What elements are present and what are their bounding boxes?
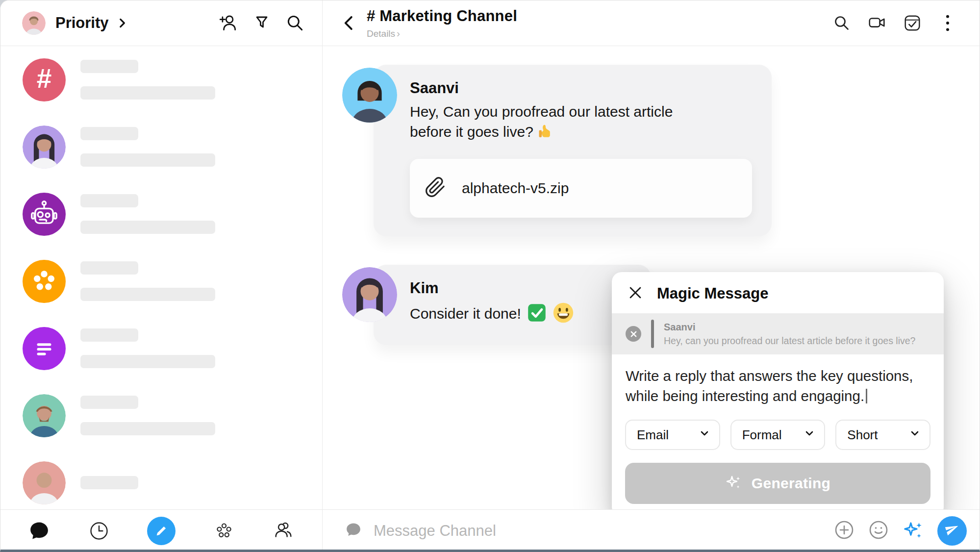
channel-info: # Marketing Channel Details›	[367, 7, 517, 39]
conversation-list: #	[0, 46, 323, 509]
sidebar-item-channel[interactable]: #	[0, 46, 322, 113]
placeholder-bar	[80, 86, 215, 100]
text-cursor	[866, 389, 867, 403]
nav-tabs	[0, 510, 323, 552]
recents-tab-icon[interactable]	[88, 520, 110, 542]
channel-actions	[831, 13, 962, 33]
message-bubble: Kim Consider it done!	[374, 265, 651, 345]
magic-sparkles-icon[interactable]	[902, 519, 925, 543]
chat-bubble-icon	[344, 521, 363, 541]
message-author: Kim	[410, 279, 631, 297]
placeholder-bar	[80, 261, 138, 275]
placeholder-bar	[80, 221, 215, 234]
paperclip-icon	[425, 176, 446, 200]
dismiss-quote-icon[interactable]	[626, 326, 641, 342]
quoted-message: Saanvi Hey, can you proofread our latest…	[612, 313, 944, 354]
sidebar-item-contact[interactable]	[0, 449, 322, 509]
message-bubble: Saanvi Hey, Can you proofread our latest…	[374, 65, 772, 236]
placeholder-bar	[80, 60, 138, 73]
sidebar-item-contact[interactable]	[0, 382, 322, 449]
chats-tab-icon[interactable]	[28, 520, 50, 542]
workspace-actions	[218, 13, 305, 33]
prompt-input[interactable]: Write a reply that answers the key quest…	[612, 354, 944, 408]
add-attachment-icon[interactable]	[833, 519, 855, 543]
sidebar-item-group[interactable]	[0, 248, 322, 315]
thumbs-up-icon	[537, 123, 555, 146]
emoji-icon[interactable]	[868, 519, 889, 543]
workspace-name[interactable]: Priority	[55, 14, 109, 32]
workspace-avatar[interactable]	[22, 11, 46, 35]
avatar-saanvi[interactable]	[342, 68, 397, 123]
quote-text: Hey, can you proofread our latest articl…	[664, 335, 915, 347]
avatar-woman-purple-icon	[23, 125, 66, 169]
filter-icon[interactable]	[251, 13, 272, 33]
grinning-face-icon	[553, 302, 574, 326]
option-dropdowns: Email Formal Short	[612, 408, 944, 450]
panel-header: Magic Message	[612, 272, 944, 313]
compose-tab-icon[interactable]	[147, 517, 176, 545]
avatar-man-pink-icon	[22, 11, 46, 35]
chevron-right-icon[interactable]	[116, 17, 128, 29]
attachment-filename: alphatech-v5.zip	[462, 180, 569, 197]
format-dropdown[interactable]: Email	[625, 420, 720, 450]
message-author: Saanvi	[410, 79, 752, 97]
text-lines-icon	[23, 327, 66, 370]
tone-dropdown[interactable]: Formal	[730, 420, 826, 450]
channel-details-link[interactable]: Details›	[367, 27, 517, 39]
placeholder-bar	[80, 422, 215, 435]
contacts-tab-icon[interactable]	[272, 520, 295, 542]
message-input[interactable]: Message Channel	[344, 521, 496, 541]
video-call-icon[interactable]	[867, 13, 887, 33]
magic-message-panel: Magic Message Saanvi Hey, can you proofr…	[612, 272, 944, 517]
quote-author: Saanvi	[664, 322, 915, 333]
placeholder-bar	[80, 194, 138, 207]
robot-bot-icon	[23, 193, 66, 236]
hash-channel-icon: #	[23, 58, 66, 101]
main-body: #	[0, 46, 980, 509]
check-mark-icon	[527, 303, 547, 325]
avatar-man-pink-icon	[23, 461, 66, 504]
placeholder-bar	[80, 328, 138, 342]
placeholder-bar	[80, 153, 215, 167]
placeholder-bar	[80, 476, 138, 489]
message-pane: Saanvi Hey, Can you proofread our latest…	[323, 46, 980, 509]
chat-app-window: Priority # Marketing Channe	[0, 0, 980, 552]
avatar-kim[interactable]	[342, 267, 397, 322]
close-icon[interactable]	[628, 285, 643, 302]
sidebar-item-notes[interactable]	[0, 315, 322, 382]
placeholder-bar	[80, 127, 138, 140]
generating-button[interactable]: Generating	[625, 463, 930, 504]
chevron-down-icon	[699, 427, 710, 443]
search-icon[interactable]	[831, 13, 852, 33]
attachment-card[interactable]: alphatech-v5.zip	[410, 159, 752, 218]
placeholder-bar	[80, 396, 138, 409]
sidebar-item-bot[interactable]	[0, 180, 322, 248]
channel-title: # Marketing Channel	[367, 7, 517, 25]
message-text: Hey, Can you proofread our latest articl…	[410, 102, 752, 145]
length-dropdown[interactable]: Short	[835, 420, 930, 450]
channel-header: # Marketing Channel Details›	[323, 0, 980, 46]
composer-actions	[833, 516, 980, 546]
add-person-icon[interactable]	[218, 13, 239, 33]
send-button[interactable]	[937, 516, 967, 546]
flower-dots-icon	[23, 260, 66, 303]
sparkles-icon	[725, 474, 743, 493]
more-menu-icon[interactable]	[937, 13, 958, 33]
panel-title: Magic Message	[657, 285, 768, 302]
workspace-header: Priority	[0, 0, 323, 46]
composer-placeholder: Message Channel	[374, 522, 496, 540]
message-text: Consider it done!	[410, 304, 521, 324]
top-bar: Priority # Marketing Channe	[0, 0, 980, 46]
quote-content: Saanvi Hey, can you proofread our latest…	[664, 322, 915, 347]
apps-tab-icon[interactable]	[213, 520, 235, 542]
search-icon[interactable]	[285, 13, 305, 33]
chevron-down-icon	[909, 427, 921, 443]
back-chevron-icon[interactable]	[340, 14, 358, 32]
avatar-man-teal-icon	[23, 394, 66, 437]
placeholder-bar	[80, 288, 215, 301]
chevron-right-small-icon: ›	[397, 27, 400, 39]
tasks-icon[interactable]	[902, 13, 923, 33]
message-composer: Message Channel	[323, 510, 980, 552]
placeholder-bar	[80, 355, 215, 368]
sidebar-item-contact[interactable]	[0, 113, 322, 180]
